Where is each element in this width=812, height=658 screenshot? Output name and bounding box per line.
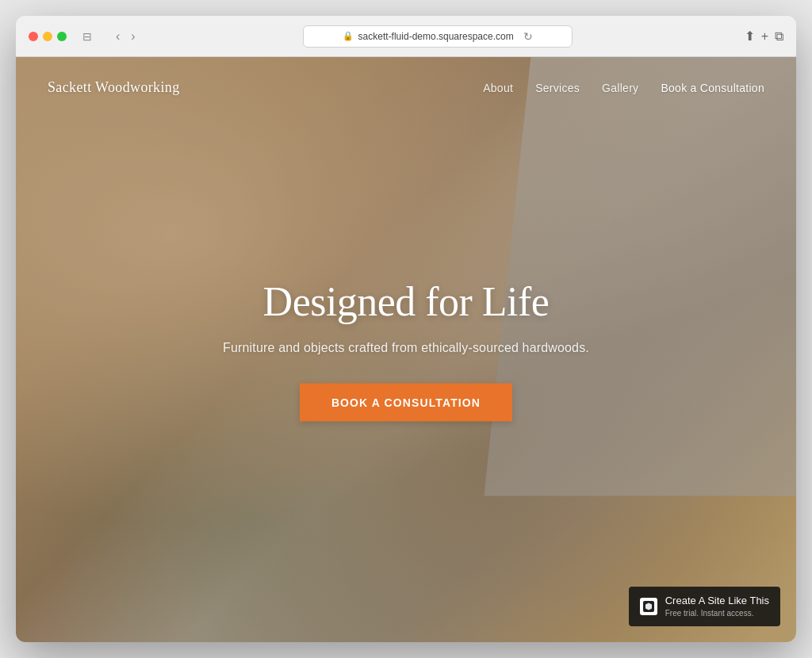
hero-subtitle: Furniture and objects crafted from ethic… <box>168 341 644 355</box>
address-bar: 🔒 sackett-fluid-demo.squarespace.com ↻ <box>150 25 726 48</box>
traffic-lights <box>29 32 67 41</box>
nav-arrows: ‹ › <box>111 28 140 45</box>
sidebar-toggle-icon[interactable]: ⊟ <box>76 28 98 45</box>
close-button[interactable] <box>29 32 38 41</box>
nav-book-consultation[interactable]: Book a Consultation <box>661 82 764 94</box>
lock-icon: 🔒 <box>343 31 354 41</box>
share-icon[interactable]: ⬆ <box>745 29 755 44</box>
website-content: Sackett Woodworking About Services Galle… <box>16 57 796 642</box>
squarespace-logo-icon <box>640 598 657 615</box>
badge-sub-text: Free trial. Instant access. <box>665 608 769 618</box>
squarespace-badge[interactable]: Create A Site Like This Free trial. Inst… <box>629 587 780 626</box>
reload-button[interactable]: ↻ <box>523 30 533 43</box>
maximize-button[interactable] <box>57 32 67 41</box>
back-button[interactable]: ‹ <box>111 28 124 45</box>
browser-window: ⊟ ‹ › 🔒 sackett-fluid-demo.squarespace.c… <box>16 16 796 642</box>
minimize-button[interactable] <box>43 32 52 41</box>
new-tab-icon[interactable]: + <box>761 29 768 44</box>
nav-bar: Sackett Woodworking About Services Galle… <box>16 57 796 118</box>
nav-about[interactable]: About <box>483 82 513 94</box>
nav-gallery[interactable]: Gallery <box>602 82 638 94</box>
site-logo[interactable]: Sackett Woodworking <box>48 79 180 96</box>
browser-chrome: ⊟ ‹ › 🔒 sackett-fluid-demo.squarespace.c… <box>16 16 796 57</box>
nav-services[interactable]: Services <box>535 82 580 94</box>
tabs-icon[interactable]: ⧉ <box>775 29 783 44</box>
hero-title: Designed for Life <box>168 278 644 325</box>
browser-actions: ⬆ + ⧉ <box>745 29 783 44</box>
forward-button[interactable]: › <box>126 28 140 45</box>
badge-main-text: Create A Site Like This <box>665 595 769 608</box>
hero-content: Designed for Life Furniture and objects … <box>168 278 644 422</box>
url-input[interactable]: 🔒 sackett-fluid-demo.squarespace.com ↻ <box>303 25 573 48</box>
url-text: sackett-fluid-demo.squarespace.com <box>358 31 514 42</box>
cta-book-consultation-button[interactable]: Book a Consultation <box>300 384 512 422</box>
nav-links: About Services Gallery Book a Consultati… <box>483 82 764 94</box>
badge-text: Create A Site Like This Free trial. Inst… <box>665 595 769 618</box>
